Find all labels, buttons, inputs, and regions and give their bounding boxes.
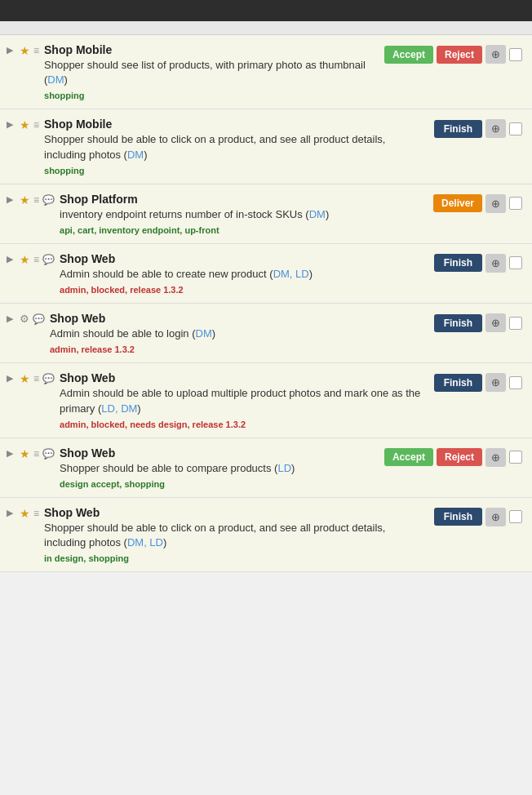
item-icons: ★≡ [20, 43, 39, 57]
item-project: Shop Platform [60, 193, 428, 206]
item-tags: api, cart, inventory endpoint, up-front [60, 225, 428, 235]
item-tags: admin, blocked, release 1.3.2 [60, 285, 429, 295]
target-button[interactable]: ⊕ [485, 313, 506, 332]
star-icon[interactable]: ★ [20, 44, 30, 57]
list-item: ▶ ⚙💬 Shop Web Admin should be able to lo… [0, 304, 532, 363]
mention-tag: DM [47, 73, 64, 86]
item-checkbox[interactable] [509, 256, 522, 269]
item-checkbox[interactable] [509, 451, 522, 464]
target-button[interactable]: ⊕ [485, 448, 506, 467]
item-actions: Finish ⊕ [434, 118, 522, 138]
mention-tag: LD [277, 462, 291, 474]
gear-icon[interactable]: ⚙ [20, 313, 29, 325]
target-button[interactable]: ⊕ [485, 508, 506, 526]
item-description: Shopper should be able to compare produc… [60, 461, 379, 476]
list-icon: ≡ [33, 508, 39, 519]
deliver-button[interactable]: Deliver [433, 194, 482, 212]
star-icon[interactable]: ★ [20, 253, 30, 266]
item-content: Shop Web Shopper should be able to compa… [60, 446, 379, 489]
finish-button[interactable]: Finish [434, 508, 482, 526]
expand-icon[interactable]: ▶ [7, 252, 15, 264]
list-icon: ≡ [33, 45, 39, 56]
star-icon[interactable]: ★ [20, 447, 30, 460]
item-description: Shopper should see list of products, wit… [44, 58, 379, 87]
list-icon: ≡ [33, 448, 39, 460]
accept-button[interactable]: Accept [384, 448, 433, 466]
item-actions: Accept Reject ⊕ [384, 43, 522, 64]
mention-tag: DM [196, 327, 212, 340]
finish-button[interactable]: Finish [434, 254, 482, 272]
item-icons: ★≡💬 [20, 252, 55, 266]
item-description: Shopper should be able to click on a pro… [44, 521, 429, 550]
item-description: Shopper should be able to click on a pro… [44, 132, 429, 162]
chat-icon: 💬 [42, 254, 55, 265]
item-checkbox[interactable] [509, 376, 522, 389]
finish-button[interactable]: Finish [434, 314, 482, 332]
star-icon[interactable]: ★ [20, 193, 30, 207]
item-icons: ★≡💬 [20, 446, 55, 460]
expand-icon[interactable]: ▶ [7, 446, 15, 459]
item-tags: design accept, shopping [60, 479, 379, 489]
expand-icon[interactable]: ▶ [7, 193, 15, 205]
item-content: Shop Mobile Shopper should be able to cl… [44, 118, 429, 175]
item-checkbox[interactable] [509, 510, 522, 523]
item-checkbox[interactable] [509, 317, 522, 330]
item-project: Shop Web [60, 371, 429, 384]
chat-icon: 💬 [42, 373, 55, 384]
expand-icon[interactable]: ▶ [7, 312, 15, 324]
item-description: Admin should be able to upload multiple … [60, 386, 429, 415]
item-content: Shop Web Shopper should be able to click… [44, 506, 429, 563]
header-left [13, 8, 20, 11]
item-project: Shop Web [60, 446, 379, 460]
finish-button[interactable]: Finish [434, 374, 482, 392]
item-project: Shop Mobile [44, 43, 379, 56]
mention-tag: DM [127, 149, 144, 161]
star-icon[interactable]: ★ [20, 372, 30, 385]
item-content: Shop Web Admin should be able to login (… [50, 312, 429, 354]
item-project: Shop Web [50, 312, 429, 325]
target-button[interactable]: ⊕ [485, 45, 506, 64]
item-project: Shop Mobile [44, 118, 429, 131]
list-icon: ≡ [33, 254, 39, 265]
item-tags: in design, shopping [44, 553, 429, 563]
app-header [0, 0, 532, 21]
mention-tag: DM, LD [273, 268, 309, 280]
star-icon[interactable]: ★ [20, 118, 30, 131]
item-actions: Accept Reject ⊕ [384, 446, 522, 467]
target-button[interactable]: ⊕ [485, 254, 506, 273]
mention-tag: DM, LD [127, 536, 163, 549]
target-button[interactable]: ⊕ [485, 194, 506, 213]
reject-button[interactable]: Reject [437, 448, 482, 466]
chat-icon: 💬 [33, 313, 45, 325]
item-icons: ⚙💬 [20, 312, 45, 325]
expand-icon[interactable]: ▶ [7, 43, 15, 56]
item-actions: Finish ⊕ [434, 312, 522, 332]
accept-button[interactable]: Accept [384, 46, 433, 64]
expand-icon[interactable]: ▶ [7, 118, 15, 130]
reject-button[interactable]: Reject [437, 46, 482, 64]
item-content: Shop Mobile Shopper should see list of p… [44, 43, 379, 100]
item-tags: shopping [44, 91, 379, 100]
item-project: Shop Web [44, 506, 429, 519]
item-tags: admin, release 1.3.2 [50, 344, 429, 354]
item-content: Shop Web Admin should be able to create … [60, 252, 429, 295]
mention-tag: LD, DM [101, 402, 137, 415]
item-checkbox[interactable] [509, 48, 522, 61]
star-icon[interactable]: ★ [20, 507, 30, 520]
item-content: Shop Web Admin should be able to upload … [60, 371, 429, 429]
item-description: inventory endpoint returns number of in-… [60, 207, 428, 222]
item-project: Shop Web [60, 252, 429, 265]
item-actions: Finish ⊕ [434, 371, 522, 392]
item-checkbox[interactable] [509, 197, 522, 210]
item-tags: shopping [44, 166, 429, 175]
item-content: Shop Platform inventory endpoint returns… [60, 193, 428, 235]
expand-icon[interactable]: ▶ [7, 371, 15, 384]
chat-icon: 💬 [42, 448, 55, 460]
expand-icon[interactable]: ▶ [7, 506, 15, 518]
target-button[interactable]: ⊕ [485, 373, 506, 392]
item-description: Admin should be able to create new produ… [60, 267, 429, 282]
target-button[interactable]: ⊕ [485, 119, 506, 138]
item-checkbox[interactable] [509, 122, 522, 135]
finish-button[interactable]: Finish [434, 120, 482, 138]
item-icons: ★≡💬 [20, 193, 55, 207]
